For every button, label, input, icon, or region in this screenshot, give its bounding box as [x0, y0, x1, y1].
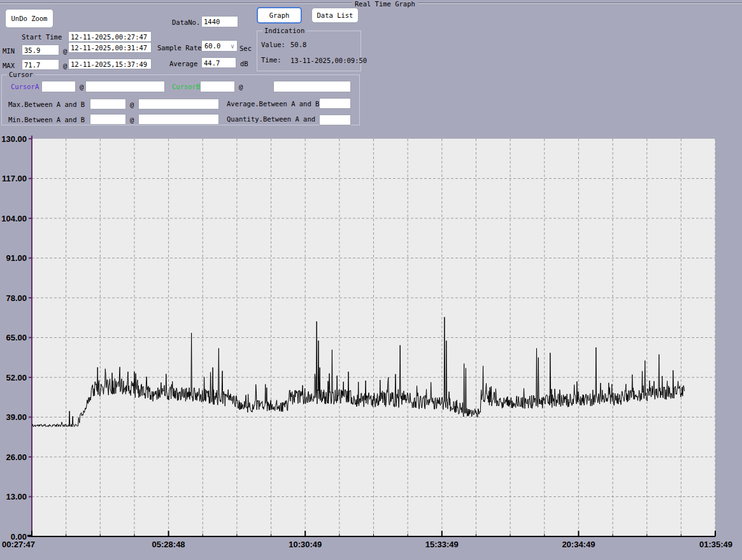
cursor-a-at-label: @	[80, 83, 83, 90]
min-between-label: Min.Between A and B	[8, 116, 85, 123]
max-between-at-label: @	[130, 101, 134, 108]
indication-time-label: Time:	[261, 56, 282, 64]
undo-zoom-button[interactable]: UnDo Zoom	[5, 9, 54, 28]
max-time-field[interactable]	[68, 59, 152, 69]
average-between-label: Average.Between A and B	[227, 100, 319, 108]
start-time-field[interactable]	[68, 31, 152, 42]
cursor-b-value-field[interactable]	[200, 81, 235, 92]
y-tick-label: 13.00	[6, 492, 27, 501]
average-unit: dB	[240, 60, 248, 67]
x-tick-label: 20:34:49	[562, 540, 595, 549]
y-tick-label: 117.00	[2, 174, 27, 183]
max-value-field[interactable]	[22, 59, 59, 70]
average-label: Average	[169, 60, 197, 67]
max-between-value-field[interactable]	[90, 99, 126, 109]
min-time-field[interactable]	[68, 42, 152, 53]
real-time-graph-chart: 0.0013.0026.0039.0052.0065.0078.0091.001…	[0, 134, 742, 560]
min-label: MIN	[3, 47, 15, 55]
y-tick-label: 78.00	[6, 293, 27, 303]
start-time-label: Start Time	[22, 33, 60, 41]
cursor-a-time-field[interactable]	[85, 81, 165, 92]
y-tick-label: 130.00	[1, 134, 27, 144]
x-tick-label: 10:30:49	[289, 540, 322, 549]
quantity-between-value-field[interactable]	[319, 115, 351, 125]
indication-title: Indication	[262, 27, 306, 34]
y-tick-label: 104.00	[1, 214, 27, 223]
y-tick-label: 39.00	[6, 412, 27, 422]
average-between-value-field[interactable]	[319, 98, 351, 109]
y-tick-label: 52.00	[6, 373, 27, 382]
min-at-label: @	[63, 47, 67, 55]
min-between-time-field[interactable]	[138, 114, 219, 125]
x-tick-label: 15:33:49	[425, 540, 459, 549]
max-between-label: Max.Between A and B	[8, 101, 85, 108]
sample-rate-combo[interactable]: 60.0 ∨	[201, 40, 238, 52]
cursor-title: Cursor	[7, 71, 35, 78]
cursor-b-at-label: @	[239, 83, 243, 90]
chevron-down-icon: ∨	[231, 43, 237, 50]
max-label: MAX	[3, 62, 15, 69]
y-tick-label: 26.00	[6, 452, 27, 462]
indication-value: 50.8	[290, 41, 306, 48]
y-tick-label: 65.00	[6, 333, 27, 342]
sample-rate-label: Sample Rate	[157, 44, 202, 52]
data-no-field[interactable]	[201, 16, 238, 27]
data-list-tab-button[interactable]: Data List	[311, 8, 359, 23]
x-tick-label: 00:27:47	[2, 540, 35, 549]
y-tick-label: 91.00	[6, 253, 27, 263]
sample-rate-value: 60.0	[204, 42, 220, 50]
min-between-value-field[interactable]	[90, 114, 126, 125]
cursor-a-value-field[interactable]	[41, 81, 76, 92]
sample-rate-unit: Sec	[239, 45, 252, 52]
graph-tab-button[interactable]: Graph	[257, 7, 302, 24]
min-between-at-label: @	[130, 116, 134, 123]
indication-group: Indication Value: 50.8 Time: 13-11-2025,…	[257, 31, 361, 71]
cursor-group: Cursor CursorA @ CursorB @ Max.Between A…	[1, 74, 360, 125]
quantity-between-label: Quantity.Between A and B	[227, 115, 324, 123]
cursor-b-time-field[interactable]	[273, 81, 351, 92]
x-tick-label: 01:35:49	[699, 540, 732, 549]
indication-time: 13-11-2025,00:09:50	[290, 57, 367, 64]
cursor-a-label: CursorA	[11, 83, 39, 90]
x-tick-label: 05:28:48	[152, 540, 185, 549]
max-at-label: @	[63, 62, 67, 69]
data-no-label: DataNo.	[172, 18, 200, 26]
average-field[interactable]	[201, 57, 236, 68]
window-title: Real Time Graph	[352, 0, 418, 8]
indication-value-label: Value:	[261, 41, 285, 48]
min-value-field[interactable]	[22, 45, 59, 55]
cursor-b-label: CursorB	[172, 83, 200, 90]
real-time-graph-window: Real Time Graph UnDo Zoom Start Time MIN…	[0, 0, 742, 560]
max-between-time-field[interactable]	[138, 99, 219, 109]
